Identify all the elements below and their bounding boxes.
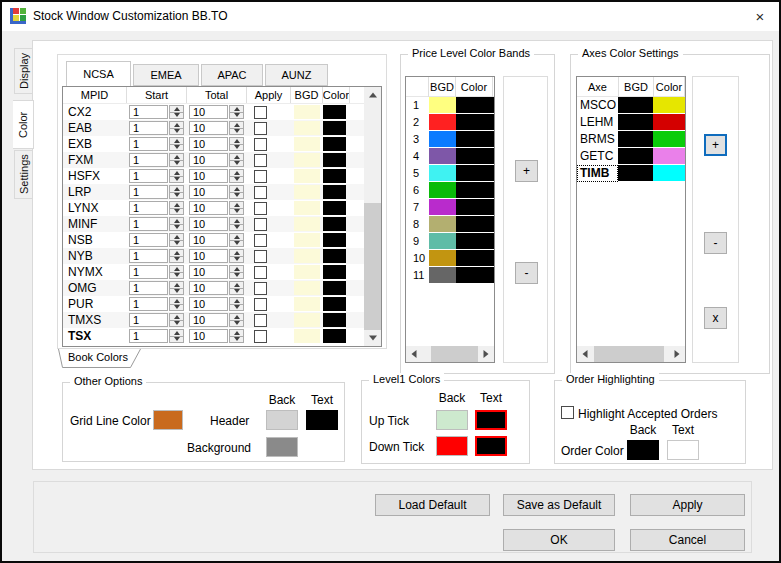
total-spinner[interactable]: 10	[189, 169, 245, 183]
start-spinner[interactable]: 1	[129, 153, 185, 167]
total-spinner-value[interactable]: 10	[189, 313, 228, 327]
total-spinner[interactable]: 10	[189, 153, 245, 167]
total-spinner-value[interactable]: 10	[189, 121, 228, 135]
spinner-down-icon[interactable]	[229, 288, 244, 296]
apply-checkbox[interactable]	[254, 282, 267, 295]
bgd-swatch[interactable]	[294, 281, 320, 295]
start-spinner-value[interactable]: 1	[129, 185, 168, 199]
color-swatch[interactable]	[323, 265, 346, 279]
up-tick-text-swatch[interactable]	[475, 410, 507, 430]
color-swatch[interactable]	[456, 182, 494, 198]
start-spinner-value[interactable]: 1	[129, 297, 168, 311]
start-spinner-value[interactable]: 1	[129, 233, 168, 247]
color-swatch[interactable]	[456, 165, 494, 181]
spinner-down-icon[interactable]	[169, 112, 184, 120]
spinner-down-icon[interactable]	[229, 240, 244, 248]
load-default-button[interactable]: Load Default	[375, 494, 490, 516]
axe-label[interactable]: BRMS	[577, 131, 618, 148]
start-spinner-value[interactable]: 1	[129, 201, 168, 215]
spinner-down-icon[interactable]	[169, 128, 184, 136]
spinner-down-icon[interactable]	[169, 144, 184, 152]
spinner-down-icon[interactable]	[229, 176, 244, 184]
total-spinner-value[interactable]: 10	[189, 281, 228, 295]
color-swatch[interactable]	[456, 131, 494, 147]
color-swatch[interactable]	[323, 137, 346, 151]
tab-settings[interactable]: Settings	[14, 150, 33, 199]
price-bands-horizontal-scrollbar[interactable]	[406, 346, 494, 362]
spinner-down-icon[interactable]	[229, 128, 244, 136]
apply-checkbox[interactable]	[254, 234, 267, 247]
save-as-default-button[interactable]: Save as Default	[503, 494, 615, 516]
down-tick-back-swatch[interactable]	[436, 436, 468, 456]
total-spinner[interactable]: 10	[189, 201, 245, 215]
total-spinner-value[interactable]: 10	[189, 297, 228, 311]
spinner-down-icon[interactable]	[229, 304, 244, 312]
total-spinner-value[interactable]: 10	[189, 105, 228, 119]
color-swatch[interactable]	[323, 313, 346, 327]
total-spinner[interactable]: 10	[189, 249, 245, 263]
spinner-down-icon[interactable]	[229, 144, 244, 152]
price-bands-remove-button[interactable]: -	[515, 262, 538, 284]
color-swatch[interactable]	[653, 97, 685, 113]
spinner-down-icon[interactable]	[229, 256, 244, 264]
up-tick-back-swatch[interactable]	[436, 410, 468, 430]
color-swatch[interactable]	[456, 216, 494, 232]
apply-checkbox[interactable]	[254, 298, 267, 311]
bgd-swatch[interactable]	[429, 97, 456, 113]
scroll-left-icon[interactable]	[406, 346, 422, 362]
color-swatch[interactable]	[323, 121, 346, 135]
spinner-down-icon[interactable]	[169, 304, 184, 312]
total-spinner[interactable]: 10	[189, 329, 245, 343]
start-spinner[interactable]: 1	[129, 185, 185, 199]
bgd-swatch[interactable]	[429, 148, 456, 164]
bgd-swatch[interactable]	[618, 131, 652, 147]
bgd-swatch[interactable]	[429, 199, 456, 215]
color-swatch[interactable]	[323, 297, 346, 311]
tab-color[interactable]: Color	[13, 100, 34, 149]
color-swatch[interactable]	[456, 114, 494, 130]
start-spinner[interactable]: 1	[129, 201, 185, 215]
color-swatch[interactable]	[456, 250, 494, 266]
start-spinner-value[interactable]: 1	[129, 153, 168, 167]
color-swatch[interactable]	[456, 97, 494, 113]
start-spinner[interactable]: 1	[129, 217, 185, 231]
total-spinner[interactable]: 10	[189, 137, 245, 151]
bgd-swatch[interactable]	[429, 216, 456, 232]
color-swatch[interactable]	[653, 131, 685, 147]
cancel-button[interactable]: Cancel	[630, 529, 745, 551]
color-swatch[interactable]	[456, 267, 494, 283]
start-spinner[interactable]: 1	[129, 297, 185, 311]
scroll-down-icon[interactable]	[364, 330, 381, 346]
bgd-swatch[interactable]	[429, 131, 456, 147]
bgd-swatch[interactable]	[429, 114, 456, 130]
spinner-down-icon[interactable]	[229, 192, 244, 200]
bgd-swatch[interactable]	[294, 297, 320, 311]
bgd-swatch[interactable]	[294, 153, 320, 167]
spinner-down-icon[interactable]	[229, 112, 244, 120]
spinner-down-icon[interactable]	[229, 320, 244, 328]
axe-label[interactable]: TIMB	[577, 165, 618, 182]
total-spinner-value[interactable]: 10	[189, 329, 228, 343]
color-swatch[interactable]	[323, 281, 346, 295]
tab-emea[interactable]: EMEA	[133, 64, 199, 86]
start-spinner[interactable]: 1	[129, 249, 185, 263]
bgd-swatch[interactable]	[294, 121, 320, 135]
start-spinner-value[interactable]: 1	[129, 217, 168, 231]
header-back-swatch[interactable]	[266, 410, 298, 430]
bgd-swatch[interactable]	[294, 265, 320, 279]
start-spinner[interactable]: 1	[129, 265, 185, 279]
total-spinner[interactable]: 10	[189, 281, 245, 295]
header-text-swatch[interactable]	[306, 410, 338, 430]
start-spinner[interactable]: 1	[129, 281, 185, 295]
bgd-swatch[interactable]	[294, 249, 320, 263]
apply-checkbox[interactable]	[254, 202, 267, 215]
bgd-swatch[interactable]	[294, 137, 320, 151]
start-spinner-value[interactable]: 1	[129, 137, 168, 151]
bgd-swatch[interactable]	[429, 165, 456, 181]
scrollbar-thumb[interactable]	[431, 346, 478, 362]
color-swatch[interactable]	[653, 165, 685, 181]
color-swatch[interactable]	[323, 329, 346, 343]
spinner-down-icon[interactable]	[169, 336, 184, 344]
apply-checkbox[interactable]	[254, 218, 267, 231]
bgd-swatch[interactable]	[294, 201, 320, 215]
